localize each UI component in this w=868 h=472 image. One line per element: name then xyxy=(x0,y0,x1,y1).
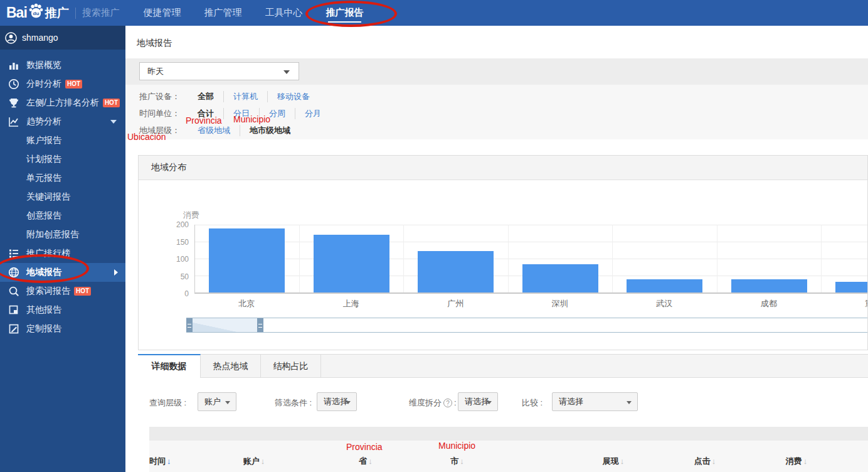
bar-column-shanghai xyxy=(300,225,405,292)
device-option-all[interactable]: 全部 xyxy=(188,91,223,102)
region-distribution-panel: 地域分布 消费 200 150 100 50 0 xyxy=(138,155,868,350)
column-header-city[interactable]: 市 xyxy=(450,456,464,467)
sidebar-item-other-report[interactable]: 其他报告 xyxy=(0,301,125,319)
sort-icon[interactable] xyxy=(261,456,265,466)
compare-select[interactable]: 请选择 xyxy=(552,392,638,411)
tab-detailed-data[interactable]: 详细数据 xyxy=(138,354,201,378)
brand-divider xyxy=(75,8,76,19)
nav-item-promotion-report[interactable]: 推广报告 xyxy=(314,0,375,26)
time-option-total[interactable]: 合计 xyxy=(188,108,223,119)
trophy-icon xyxy=(8,97,19,109)
product-name: 搜索推广 xyxy=(82,7,120,19)
sidebar-item-custom-report[interactable]: 定制报告 xyxy=(0,319,125,338)
column-header-account[interactable]: 账户 xyxy=(243,456,265,467)
sidebar-item-hourly-analysis[interactable]: 分时分析 HOT xyxy=(0,75,125,94)
time-option-monthly[interactable]: 分月 xyxy=(295,108,331,119)
y-tick: 0 xyxy=(184,289,189,298)
device-option-mobile[interactable]: 移动设备 xyxy=(267,91,319,102)
sidebar-item-keyword-report[interactable]: 关键词报告 xyxy=(0,188,125,206)
y-tick: 150 xyxy=(176,238,189,247)
sidebar: shmango 数据概览 分时分析 HOT xyxy=(0,26,125,472)
nav-item-convenient-management[interactable]: 便捷管理 xyxy=(132,0,193,26)
column-header-clicks[interactable]: 点击 xyxy=(694,456,716,467)
x-label: 广州 xyxy=(403,298,508,309)
filter-condition-select[interactable]: 请选择 xyxy=(317,392,357,411)
chart-zoom-slider[interactable] xyxy=(186,318,867,333)
search-icon xyxy=(8,286,19,297)
sidebar-subitem-label: 计划报告 xyxy=(26,154,61,165)
sidebar-item-trend-analysis[interactable]: 趋势分析 xyxy=(0,112,125,131)
sidebar-item-unit-report[interactable]: 单元报告 xyxy=(0,169,125,188)
page-title-bar: 地域报告 xyxy=(125,26,868,58)
sidebar-item-creative-report[interactable]: 创意报告 xyxy=(0,206,125,225)
help-icon[interactable]: ? xyxy=(443,399,452,407)
query-level-select[interactable]: 账户 xyxy=(198,392,236,411)
date-range-select[interactable]: 昨天 xyxy=(139,62,299,80)
tab-structure-ratio[interactable]: 结构占比 xyxy=(261,355,321,377)
sidebar-item-label: 定制报告 xyxy=(26,323,61,335)
column-header-cost[interactable]: 消费 xyxy=(786,456,808,467)
x-label: 武汉 xyxy=(612,298,717,309)
sidebar-subitem-label: 账户报告 xyxy=(26,135,61,146)
column-header-time[interactable]: 时间 xyxy=(149,456,171,467)
sort-icon[interactable] xyxy=(803,456,808,466)
y-tick: 200 xyxy=(176,220,189,229)
sidebar-item-promotion-ranking[interactable]: 推广排行榜 xyxy=(0,244,125,263)
globe-icon xyxy=(8,267,19,278)
avatar-icon xyxy=(5,32,17,44)
sidebar-subitem-label: 单元报告 xyxy=(26,173,61,184)
dimension-split-select[interactable]: 请选择 xyxy=(458,392,498,411)
bar-columns xyxy=(195,225,867,292)
baidu-logo[interactable]: Bai du 推广 搜索推广 xyxy=(6,0,120,26)
sort-desc-icon[interactable] xyxy=(167,456,171,466)
data-table: 时间 账户 省 市 展现 点击 消费 xyxy=(138,427,868,472)
edit-report-icon xyxy=(8,323,19,335)
time-option-daily[interactable]: 分日 xyxy=(223,108,259,119)
region-level-label: 地域层级： xyxy=(139,125,188,136)
device-option-pc[interactable]: 计算机 xyxy=(223,91,267,102)
dimension-split-value: 请选择 xyxy=(465,396,489,407)
region-level-filter-row: 地域层级： 省级地域 地市级地域 xyxy=(139,125,300,136)
y-axis-label: 消费 xyxy=(183,210,199,221)
sidebar-menu: 数据概览 分时分析 HOT 左侧/上方排名分析 HOT xyxy=(0,56,125,338)
column-header-impressions[interactable]: 展现 xyxy=(603,456,625,467)
sidebar-item-label: 分时分析 xyxy=(26,78,61,90)
sidebar-item-rank-analysis[interactable]: 左侧/上方排名分析 HOT xyxy=(0,94,125,112)
page-title: 地域报告 xyxy=(137,38,172,49)
dimension-split-label: 维度拆分?: xyxy=(409,397,457,409)
region-option-city[interactable]: 地市级地域 xyxy=(240,125,300,136)
baidu-paw-icon: du xyxy=(28,3,45,19)
sort-icon[interactable] xyxy=(460,456,464,466)
nav-item-promotion-management[interactable]: 推广管理 xyxy=(193,0,253,26)
tab-hot-regions[interactable]: 热点地域 xyxy=(201,355,261,377)
sidebar-item-plan-report[interactable]: 计划报告 xyxy=(0,150,125,169)
time-option-weekly[interactable]: 分周 xyxy=(259,108,295,119)
compare-label: 比较 : xyxy=(522,397,542,409)
sidebar-item-label: 其他报告 xyxy=(26,304,61,316)
top-navbar: Bai du 推广 搜索推广 便捷管理 推广管理 工具中心 推广报告 xyxy=(0,0,868,26)
sidebar-user[interactable]: shmango xyxy=(0,26,125,50)
username: shmango xyxy=(22,33,58,43)
bar-shanghai xyxy=(314,235,389,292)
slider-right-handle[interactable] xyxy=(257,318,263,332)
sidebar-item-region-report[interactable]: 地域报告 xyxy=(0,263,125,282)
sidebar-item-extended-creative-report[interactable]: 附加创意报告 xyxy=(0,225,125,244)
slider-left-handle[interactable] xyxy=(186,318,193,332)
sort-icon[interactable] xyxy=(620,456,625,466)
nav-item-tool-center[interactable]: 工具中心 xyxy=(253,0,314,26)
device-filter-row: 推广设备： 全部 计算机 移动设备 xyxy=(139,91,319,102)
sidebar-subitem-label: 附加创意报告 xyxy=(26,229,79,240)
bar-shenzhen xyxy=(522,264,598,292)
sidebar-item-search-term-report[interactable]: 搜索词报告 HOT xyxy=(0,282,125,301)
table-top-band xyxy=(149,427,868,441)
sidebar-item-account-report[interactable]: 账户报告 xyxy=(0,131,125,150)
slider-selected-range[interactable] xyxy=(193,318,257,332)
sidebar-item-data-overview[interactable]: 数据概览 xyxy=(0,56,125,75)
sort-icon[interactable] xyxy=(368,456,373,466)
chevron-down-icon xyxy=(110,120,117,124)
sort-icon[interactable] xyxy=(712,456,716,466)
x-label: 成都 xyxy=(717,298,822,309)
column-header-province[interactable]: 省 xyxy=(359,456,373,467)
x-label: 北京 xyxy=(194,298,299,309)
region-option-province[interactable]: 省级地域 xyxy=(188,125,240,136)
